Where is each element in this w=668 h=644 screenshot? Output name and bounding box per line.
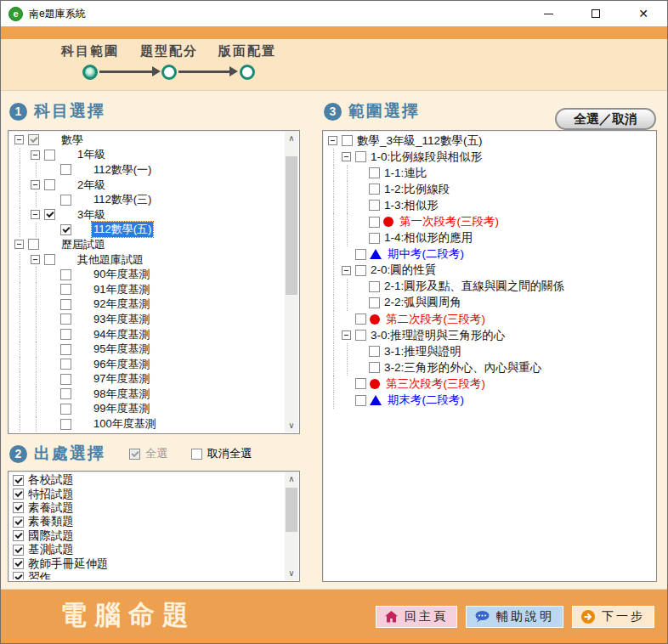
list-item[interactable]: 教師手冊延伸題 xyxy=(10,556,284,570)
checkbox[interactable] xyxy=(60,419,71,430)
tree-row[interactable]: 94年度基測 xyxy=(10,327,284,342)
list-item[interactable]: 特招試題 xyxy=(10,487,284,500)
tree-row[interactable]: 98年度基測 xyxy=(10,387,284,402)
tree-label[interactable]: 100年度基測 xyxy=(92,416,158,432)
tree-row[interactable]: 93年度基測 xyxy=(10,312,284,327)
checkbox[interactable] xyxy=(355,378,366,389)
tree-label[interactable]: 2-2:弧與圓周角 xyxy=(382,295,463,310)
list-item[interactable]: 習作 xyxy=(10,571,284,579)
tree-row[interactable]: 其他題庫試題 xyxy=(10,252,284,268)
checkbox[interactable] xyxy=(60,195,71,206)
checkbox[interactable] xyxy=(369,297,380,308)
tree-label[interactable]: 3年級 xyxy=(76,207,107,223)
checkbox[interactable] xyxy=(44,209,55,220)
checkbox[interactable] xyxy=(13,558,24,569)
wizard-step-3[interactable]: 版面配置 xyxy=(201,43,294,80)
checkbox[interactable] xyxy=(44,150,55,161)
tree-label[interactable]: 1-0:比例線段與相似形 xyxy=(369,150,484,165)
tree-row[interactable]: 3年級 xyxy=(10,207,284,223)
list-item[interactable]: 基測試題 xyxy=(10,543,284,556)
checkbox[interactable] xyxy=(369,233,380,244)
tree-row[interactable]: 2-1:圓形及點、直線與圓之間的關係 xyxy=(325,279,654,295)
tree-label[interactable]: 112數學(三) xyxy=(92,192,153,207)
tree-row[interactable]: 90年度基測 xyxy=(10,267,284,282)
tree-row[interactable]: 1-1:連比 xyxy=(325,165,654,181)
close-button[interactable]: ✕ xyxy=(620,1,667,26)
checkbox[interactable] xyxy=(60,164,71,175)
tree-label[interactable]: 1年級 xyxy=(76,147,107,162)
checkbox[interactable] xyxy=(369,281,380,292)
scroll-up-icon[interactable]: ∧ xyxy=(285,472,298,486)
checkbox[interactable] xyxy=(60,299,71,310)
select-toggle-button[interactable]: 全選／取消 xyxy=(555,108,656,130)
tree-row[interactable]: 第一次段考(三段考) xyxy=(325,213,654,229)
tree-row[interactable]: 97年度基測 xyxy=(10,372,284,387)
checkbox[interactable] xyxy=(13,517,24,528)
tree-row[interactable]: 1-4:相似形的應用 xyxy=(325,230,654,246)
tree-label[interactable]: 期中考(二段考) xyxy=(386,246,466,262)
tree-row[interactable]: 2年級 xyxy=(10,178,284,193)
tree-label[interactable]: 3-0:推理證明與三角形的心 xyxy=(369,328,507,343)
scroll-down-icon[interactable]: ∨ xyxy=(285,567,298,580)
tree-row[interactable]: 3-1:推理與證明 xyxy=(325,343,654,359)
select-all-checkbox-icon[interactable] xyxy=(129,449,140,460)
checkbox[interactable] xyxy=(369,346,380,357)
checkbox[interactable] xyxy=(60,284,71,295)
tree-label[interactable]: 歷屆試題 xyxy=(59,237,107,252)
scroll-down-icon[interactable]: ∨ xyxy=(285,419,298,432)
tree-row[interactable]: 數學 xyxy=(10,133,284,148)
checkbox[interactable] xyxy=(28,134,39,145)
subject-tree-scrollbar[interactable]: ∧ ∨ xyxy=(285,132,298,432)
maximize-button[interactable] xyxy=(572,1,620,26)
tree-label[interactable]: 第一次段考(三段考) xyxy=(398,214,501,229)
tree-label[interactable]: 1-2:比例線段 xyxy=(382,182,451,197)
tree-row[interactable]: 1-2:比例線段 xyxy=(325,181,654,197)
scroll-up-icon[interactable]: ∧ xyxy=(285,132,298,145)
tree-label[interactable]: 92年度基測 xyxy=(92,297,151,312)
checkbox[interactable] xyxy=(60,374,71,385)
next-button[interactable]: 下一步 xyxy=(572,606,654,628)
tree-row[interactable]: 數學_3年級_112數學(五) xyxy=(325,133,654,149)
tree-row[interactable]: 1-3:相似形 xyxy=(325,197,654,213)
expand-toggle-icon[interactable] xyxy=(14,135,24,144)
tree-row[interactable]: 112數學(三) xyxy=(10,192,284,207)
tree-row[interactable]: 3-0:推理證明與三角形的心 xyxy=(325,327,654,343)
checkbox[interactable] xyxy=(28,239,39,250)
minimize-button[interactable] xyxy=(524,1,572,26)
tree-label[interactable]: 1-1:連比 xyxy=(382,166,428,181)
tree-label[interactable]: 2年級 xyxy=(76,178,107,193)
checkbox[interactable] xyxy=(13,530,24,541)
checkbox[interactable] xyxy=(60,329,71,340)
checkbox[interactable] xyxy=(369,217,380,228)
expand-toggle-icon[interactable] xyxy=(31,150,40,160)
checkbox[interactable] xyxy=(60,269,71,280)
checkbox[interactable] xyxy=(342,135,353,146)
tree-label[interactable]: 98年度基測 xyxy=(92,387,151,402)
expand-toggle-icon[interactable] xyxy=(342,152,351,161)
checkbox[interactable] xyxy=(355,330,366,341)
list-item[interactable]: 素養類題 xyxy=(10,515,284,528)
tree-row[interactable]: 112數學(五) xyxy=(10,223,284,238)
checkbox[interactable] xyxy=(369,362,380,373)
scroll-thumb[interactable] xyxy=(286,156,297,295)
tree-row[interactable]: 期中考(二段考) xyxy=(325,246,654,263)
checkbox[interactable] xyxy=(355,314,366,325)
tree-label[interactable]: 99年度基測 xyxy=(92,401,151,416)
expand-toggle-icon[interactable] xyxy=(14,240,24,249)
checkbox[interactable] xyxy=(369,200,380,211)
tree-label[interactable]: 期末考(二段考) xyxy=(386,393,466,408)
tree-row[interactable]: 92年度基測 xyxy=(10,297,284,313)
tree-label[interactable]: 94年度基測 xyxy=(92,327,151,342)
checkbox[interactable] xyxy=(60,314,71,325)
checkbox[interactable] xyxy=(355,151,366,162)
checkbox[interactable] xyxy=(355,249,366,260)
tree-row[interactable]: 99年度基測 xyxy=(10,402,284,417)
tree-label[interactable]: 95年度基測 xyxy=(92,342,151,357)
tree-label[interactable]: 數學 xyxy=(59,133,85,148)
tree-label[interactable]: 3-1:推理與證明 xyxy=(382,344,463,359)
tree-label[interactable]: 96年度基測 xyxy=(92,357,151,372)
tree-label[interactable]: 2-0:圓的性質 xyxy=(369,263,438,278)
tree-label[interactable]: 1-4:相似形的應用 xyxy=(382,230,474,246)
tree-row[interactable]: 3-2:三角形的外心、內心與重心 xyxy=(325,359,654,376)
tree-label[interactable]: 112數學(一) xyxy=(92,162,153,178)
